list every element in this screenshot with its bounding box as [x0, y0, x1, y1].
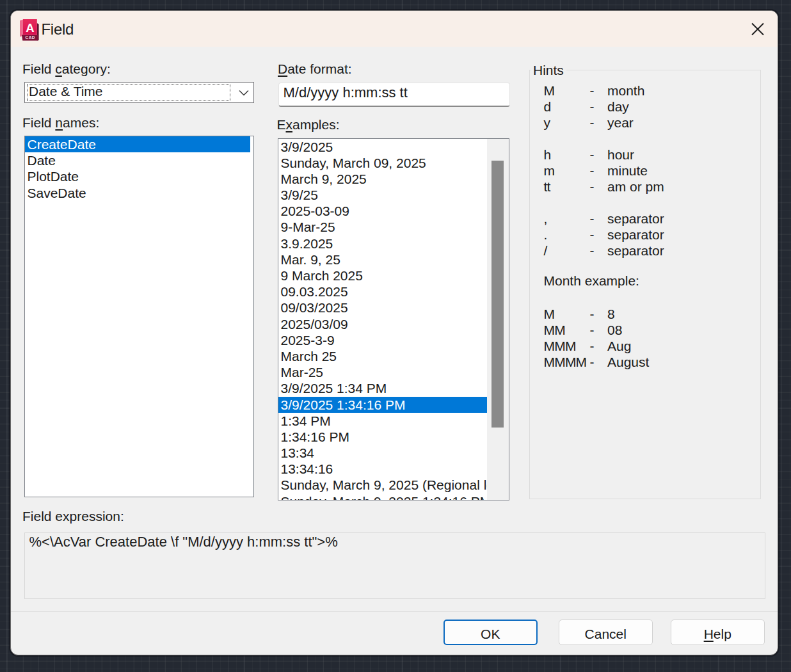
svg-text:CAD: CAD [26, 35, 35, 40]
svg-text:A: A [26, 21, 34, 35]
